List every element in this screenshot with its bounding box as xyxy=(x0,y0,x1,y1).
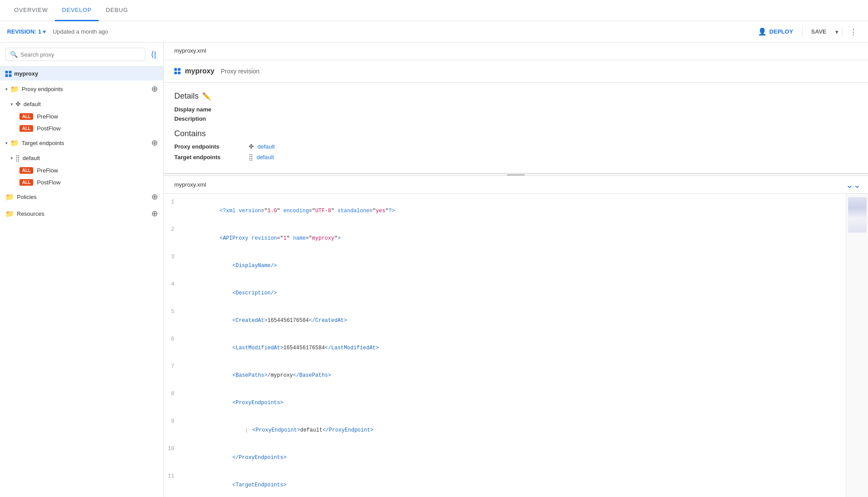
grid-icon-target-default: ⣿ xyxy=(15,154,20,161)
sidebar: 🔍 ⟨| myproxy ▾ 📁 Proxy endpoints ⊕ ▾ ✤ d… xyxy=(0,42,164,497)
folder-policies-icon: 📁 xyxy=(5,193,14,201)
code-line-7: 7 <BasePaths>/myproxy</BasePaths> xyxy=(164,362,868,389)
revision-bar-actions: 👤 DEPLOY SAVE ▾ ⋮ xyxy=(753,25,861,38)
target-preflow-label: PreFlow xyxy=(37,167,58,174)
section-resources[interactable]: 📁 Resources ⊕ xyxy=(0,205,163,222)
details-title: Details ✏️ xyxy=(174,92,857,101)
proxy-name-label: myproxy xyxy=(14,70,158,77)
more-options-icon[interactable]: ⋮ xyxy=(846,25,861,38)
add-proxy-endpoint-icon[interactable]: ⊕ xyxy=(151,84,158,94)
chevron-down-icon-proxy: ▾ xyxy=(11,102,13,107)
deploy-person-icon: 👤 xyxy=(758,27,767,36)
xml-editor-tab-bar: myproxy.xml ⌄⌄ xyxy=(164,176,868,194)
section-target-endpoints[interactable]: ▾ 📁 Target endpoints ⊕ xyxy=(0,134,163,151)
file-tab-myproxy[interactable]: myproxy.xml xyxy=(171,42,210,60)
contains-title: Contains xyxy=(174,129,857,138)
grid-target-icon: ✤ xyxy=(15,100,21,107)
minimap-visual xyxy=(848,197,867,233)
target-endpoint-icon: ⣿ xyxy=(249,153,253,161)
sidebar-item-myproxy[interactable]: myproxy xyxy=(0,67,163,80)
policies-label: Policies xyxy=(17,194,37,200)
proxy-endpoint-default[interactable]: ▾ ✤ default xyxy=(0,97,163,111)
revision-bar: REVISION: 1 ▾ Updated a month ago 👤 DEPL… xyxy=(0,21,868,42)
top-nav: OVERVIEW DEVELOP DEBUG xyxy=(0,0,868,21)
proxy-card-subtitle: Proxy revision xyxy=(221,68,260,75)
section-proxy-endpoints[interactable]: ▾ 📁 Proxy endpoints ⊕ xyxy=(0,80,163,97)
preflow-label: PreFlow xyxy=(37,113,58,120)
section-policies[interactable]: 📁 Policies ⊕ xyxy=(0,188,163,205)
code-line-6: 6 <LastModifiedAt>1654456176584</LastMod… xyxy=(164,334,868,362)
tab-debug[interactable]: DEBUG xyxy=(99,0,135,21)
search-icon: 🔍 xyxy=(10,51,18,58)
chevron-down-icon-target: ▾ xyxy=(5,141,8,145)
search-input[interactable] xyxy=(20,51,141,58)
display-name-row: Display name xyxy=(174,106,857,113)
code-line-1: 1 <?xml version="1.0" encoding="UTF-8" s… xyxy=(164,197,868,225)
proxy-preflow-row[interactable]: ALL PreFlow xyxy=(0,111,163,122)
target-endpoint-default[interactable]: ▾ ⣿ default xyxy=(0,151,163,164)
target-endpoints-label: Target endpoints xyxy=(22,140,64,146)
proxy-endpoints-link[interactable]: default xyxy=(257,143,275,150)
proxy-card-header: myproxy Proxy revision xyxy=(164,60,868,83)
sidebar-search-row: 🔍 ⟨| xyxy=(0,42,163,67)
folder-icon: 📁 xyxy=(10,85,19,93)
tab-overview[interactable]: OVERVIEW xyxy=(7,0,55,21)
file-tab-bar: myproxy.xml xyxy=(164,42,868,60)
postflow-label: PostFlow xyxy=(37,125,60,132)
code-line-2: 2 <APIProxy revision="1" name="myproxy"> xyxy=(164,225,868,252)
code-line-11: 11 <TargetEndpoints> xyxy=(164,471,868,497)
right-content: myproxy.xml myproxy Proxy revision Detai… xyxy=(164,42,868,497)
target-endpoints-link[interactable]: default xyxy=(257,154,274,161)
proxy-endpoints-contains-label: Proxy endpoints xyxy=(174,143,245,150)
proxy-details-section: Details ✏️ Display name Description Cont… xyxy=(164,83,868,173)
resources-label: Resources xyxy=(17,210,44,217)
code-line-5: 5 <CreatedAt>1654456176584</CreatedAt> xyxy=(164,307,868,334)
divider xyxy=(802,27,803,37)
xml-editor-panel: myproxy.xml ⌄⌄ 1 <?xml version="1.0" enc… xyxy=(164,176,868,497)
proxy-endpoints-label: Proxy endpoints xyxy=(22,86,63,92)
drag-handle-bar xyxy=(507,174,525,176)
folder-resources-icon: 📁 xyxy=(5,210,14,218)
add-resource-icon[interactable]: ⊕ xyxy=(151,209,158,218)
description-label: Description xyxy=(174,115,236,122)
code-area[interactable]: 1 <?xml version="1.0" encoding="UTF-8" s… xyxy=(164,194,868,497)
add-target-endpoint-icon[interactable]: ⊕ xyxy=(151,138,158,148)
save-dropdown-icon[interactable]: ▾ xyxy=(835,28,838,35)
folder-target-icon: 📁 xyxy=(10,139,19,147)
save-button[interactable]: SAVE xyxy=(806,26,832,38)
add-policy-icon[interactable]: ⊕ xyxy=(151,192,158,202)
main-layout: 🔍 ⟨| myproxy ▾ 📁 Proxy endpoints ⊕ ▾ ✤ d… xyxy=(0,42,868,497)
proxy-postflow-row[interactable]: ALL PostFlow xyxy=(0,122,163,134)
code-line-4: 4 <Description/> xyxy=(164,279,868,307)
proxy-endpoint-icon: ✤ xyxy=(249,143,254,150)
display-name-label: Display name xyxy=(174,106,236,113)
proxy-card-grid-icon xyxy=(174,68,181,74)
target-preflow-row[interactable]: ALL PreFlow xyxy=(0,164,163,176)
chevron-down-icon-target-default: ▾ xyxy=(11,156,13,161)
proxy-grid-icon xyxy=(5,71,12,77)
tab-develop[interactable]: DEVELOP xyxy=(55,0,99,21)
collapse-sidebar-icon[interactable]: ⟨| xyxy=(149,49,158,60)
proxy-endpoint-default-label: default xyxy=(23,101,41,107)
code-line-3: 3 <DisplayName/> xyxy=(164,252,868,279)
xml-editor-tab[interactable]: myproxy.xml xyxy=(171,176,210,194)
target-endpoints-contains-label: Target endpoints xyxy=(174,154,245,161)
target-preflow-badge: ALL xyxy=(19,167,33,174)
proxy-endpoints-contains-row: Proxy endpoints ✤ default xyxy=(174,143,857,150)
chevron-down-icon: ▾ xyxy=(5,87,8,92)
search-input-wrap: 🔍 xyxy=(5,48,146,61)
edit-details-icon[interactable]: ✏️ xyxy=(202,92,211,100)
code-line-8: 8 <ProxyEndpoints> xyxy=(164,389,868,417)
target-postflow-label: PostFlow xyxy=(37,179,60,186)
proxy-card-name: myproxy xyxy=(185,67,215,75)
proxy-info-card: myproxy Proxy revision Details ✏️ Displa… xyxy=(164,60,868,173)
contains-section: Contains Proxy endpoints ✤ default Targe… xyxy=(174,129,857,161)
target-postflow-row[interactable]: ALL PostFlow xyxy=(0,176,163,188)
description-row: Description xyxy=(174,115,857,122)
divider2 xyxy=(842,27,842,37)
updated-text: Updated a month ago xyxy=(53,28,108,35)
xml-expand-icon[interactable]: ⌄⌄ xyxy=(846,180,861,190)
preflow-badge: ALL xyxy=(19,113,33,120)
deploy-button[interactable]: 👤 DEPLOY xyxy=(753,25,798,38)
revision-dropdown[interactable]: REVISION: 1 ▾ xyxy=(7,28,46,35)
